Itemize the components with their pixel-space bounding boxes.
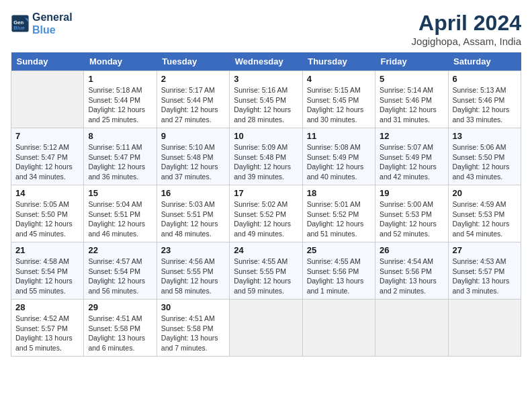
logo-icon: Gen Blue bbox=[11, 14, 30, 33]
day-number: 14 bbox=[15, 188, 79, 198]
day-info: Sunrise: 4:55 AMSunset: 5:55 PMDaylight:… bbox=[234, 257, 298, 296]
day-number: 28 bbox=[15, 302, 79, 312]
day-info: Sunrise: 5:14 AMSunset: 5:46 PMDaylight:… bbox=[380, 85, 443, 125]
day-number: 4 bbox=[307, 74, 371, 84]
day-number: 5 bbox=[380, 74, 443, 84]
weekday-header-sunday: Sunday bbox=[11, 52, 84, 71]
day-info: Sunrise: 4:51 AMSunset: 5:58 PMDaylight:… bbox=[88, 314, 152, 353]
day-number: 25 bbox=[307, 245, 371, 255]
calendar-cell bbox=[302, 300, 375, 357]
day-info: Sunrise: 4:51 AMSunset: 5:58 PMDaylight:… bbox=[161, 314, 225, 353]
day-number: 9 bbox=[161, 131, 225, 141]
calendar-cell: 2Sunrise: 5:17 AMSunset: 5:44 PMDaylight… bbox=[157, 71, 229, 128]
weekday-header-tuesday: Tuesday bbox=[157, 52, 229, 71]
calendar-cell: 28Sunrise: 4:52 AMSunset: 5:57 PMDayligh… bbox=[11, 300, 84, 357]
calendar-cell: 14Sunrise: 5:05 AMSunset: 5:50 PMDayligh… bbox=[11, 185, 84, 242]
day-number: 16 bbox=[161, 188, 225, 198]
day-number: 18 bbox=[307, 188, 371, 198]
weekday-header-saturday: Saturday bbox=[448, 52, 521, 71]
day-info: Sunrise: 4:57 AMSunset: 5:54 PMDaylight:… bbox=[88, 257, 152, 296]
calendar-cell: 25Sunrise: 4:55 AMSunset: 5:56 PMDayligh… bbox=[302, 242, 375, 300]
day-info: Sunrise: 5:09 AMSunset: 5:48 PMDaylight:… bbox=[234, 142, 298, 182]
calendar-cell: 16Sunrise: 5:03 AMSunset: 5:51 PMDayligh… bbox=[157, 185, 229, 242]
day-number: 27 bbox=[453, 245, 517, 255]
week-row-5: 28Sunrise: 4:52 AMSunset: 5:57 PMDayligh… bbox=[11, 300, 521, 357]
calendar-cell bbox=[11, 71, 84, 128]
day-info: Sunrise: 5:16 AMSunset: 5:45 PMDaylight:… bbox=[234, 85, 298, 125]
day-info: Sunrise: 5:13 AMSunset: 5:46 PMDaylight:… bbox=[453, 85, 517, 125]
calendar-cell: 21Sunrise: 4:58 AMSunset: 5:54 PMDayligh… bbox=[11, 242, 84, 300]
day-info: Sunrise: 4:55 AMSunset: 5:56 PMDaylight:… bbox=[307, 257, 371, 296]
day-number: 20 bbox=[453, 188, 517, 198]
weekday-header-friday: Friday bbox=[375, 52, 448, 71]
calendar-cell: 22Sunrise: 4:57 AMSunset: 5:54 PMDayligh… bbox=[84, 242, 157, 300]
day-number: 6 bbox=[453, 74, 517, 84]
day-number: 26 bbox=[380, 245, 443, 255]
day-info: Sunrise: 5:10 AMSunset: 5:48 PMDaylight:… bbox=[161, 142, 225, 182]
day-info: Sunrise: 5:00 AMSunset: 5:53 PMDaylight:… bbox=[380, 199, 443, 239]
day-number: 13 bbox=[453, 131, 517, 141]
svg-text:Blue: Blue bbox=[13, 25, 25, 31]
calendar-cell: 4Sunrise: 5:15 AMSunset: 5:45 PMDaylight… bbox=[302, 71, 375, 128]
day-number: 29 bbox=[88, 302, 152, 312]
location-subtitle: Jogighopa, Assam, India bbox=[412, 36, 521, 47]
day-info: Sunrise: 4:56 AMSunset: 5:55 PMDaylight:… bbox=[161, 257, 225, 296]
week-row-4: 21Sunrise: 4:58 AMSunset: 5:54 PMDayligh… bbox=[11, 242, 521, 300]
day-info: Sunrise: 5:02 AMSunset: 5:52 PMDaylight:… bbox=[234, 199, 298, 239]
calendar-cell: 17Sunrise: 5:02 AMSunset: 5:52 PMDayligh… bbox=[230, 185, 302, 242]
day-info: Sunrise: 4:54 AMSunset: 5:56 PMDaylight:… bbox=[380, 257, 443, 296]
day-number: 2 bbox=[161, 74, 225, 84]
week-row-3: 14Sunrise: 5:05 AMSunset: 5:50 PMDayligh… bbox=[11, 185, 521, 242]
day-info: Sunrise: 5:12 AMSunset: 5:47 PMDaylight:… bbox=[15, 142, 79, 182]
calendar-cell: 26Sunrise: 4:54 AMSunset: 5:56 PMDayligh… bbox=[375, 242, 448, 300]
calendar-cell: 24Sunrise: 4:55 AMSunset: 5:55 PMDayligh… bbox=[230, 242, 302, 300]
title-block: April 2024 Jogighopa, Assam, India bbox=[412, 11, 521, 47]
calendar-cell: 27Sunrise: 4:53 AMSunset: 5:57 PMDayligh… bbox=[448, 242, 521, 300]
day-number: 21 bbox=[15, 245, 79, 255]
day-number: 15 bbox=[88, 188, 152, 198]
calendar-cell: 6Sunrise: 5:13 AMSunset: 5:46 PMDaylight… bbox=[448, 71, 521, 128]
calendar-cell: 15Sunrise: 5:04 AMSunset: 5:51 PMDayligh… bbox=[84, 185, 157, 242]
calendar-cell: 30Sunrise: 4:51 AMSunset: 5:58 PMDayligh… bbox=[157, 300, 229, 357]
day-number: 12 bbox=[380, 131, 443, 141]
weekday-header-monday: Monday bbox=[84, 52, 157, 71]
day-info: Sunrise: 5:04 AMSunset: 5:51 PMDaylight:… bbox=[88, 199, 152, 239]
calendar-cell: 20Sunrise: 4:59 AMSunset: 5:53 PMDayligh… bbox=[448, 185, 521, 242]
day-info: Sunrise: 5:08 AMSunset: 5:49 PMDaylight:… bbox=[307, 142, 371, 182]
calendar-cell: 18Sunrise: 5:01 AMSunset: 5:52 PMDayligh… bbox=[302, 185, 375, 242]
calendar-cell: 1Sunrise: 5:18 AMSunset: 5:44 PMDaylight… bbox=[84, 71, 157, 128]
calendar-cell: 29Sunrise: 4:51 AMSunset: 5:58 PMDayligh… bbox=[84, 300, 157, 357]
page-header: Gen Blue General Blue April 2024 Jogigho… bbox=[11, 11, 521, 47]
calendar-cell: 10Sunrise: 5:09 AMSunset: 5:48 PMDayligh… bbox=[230, 128, 302, 185]
day-info: Sunrise: 5:17 AMSunset: 5:44 PMDaylight:… bbox=[161, 85, 225, 125]
calendar-cell bbox=[448, 300, 521, 357]
day-info: Sunrise: 4:52 AMSunset: 5:57 PMDaylight:… bbox=[15, 314, 79, 353]
calendar-table: SundayMondayTuesdayWednesdayThursdayFrid… bbox=[11, 52, 521, 357]
day-number: 10 bbox=[234, 131, 298, 141]
calendar-cell: 8Sunrise: 5:11 AMSunset: 5:47 PMDaylight… bbox=[84, 128, 157, 185]
day-info: Sunrise: 5:03 AMSunset: 5:51 PMDaylight:… bbox=[161, 199, 225, 239]
calendar-cell bbox=[375, 300, 448, 357]
day-info: Sunrise: 5:11 AMSunset: 5:47 PMDaylight:… bbox=[88, 142, 152, 182]
day-number: 30 bbox=[161, 302, 225, 312]
calendar-cell: 3Sunrise: 5:16 AMSunset: 5:45 PMDaylight… bbox=[230, 71, 302, 128]
day-number: 22 bbox=[88, 245, 152, 255]
day-info: Sunrise: 5:18 AMSunset: 5:44 PMDaylight:… bbox=[88, 85, 152, 125]
day-number: 7 bbox=[15, 131, 79, 141]
calendar-cell: 13Sunrise: 5:06 AMSunset: 5:50 PMDayligh… bbox=[448, 128, 521, 185]
calendar-cell: 23Sunrise: 4:56 AMSunset: 5:55 PMDayligh… bbox=[157, 242, 229, 300]
calendar-cell: 11Sunrise: 5:08 AMSunset: 5:49 PMDayligh… bbox=[302, 128, 375, 185]
day-number: 8 bbox=[88, 131, 152, 141]
day-info: Sunrise: 5:15 AMSunset: 5:45 PMDaylight:… bbox=[307, 85, 371, 125]
day-info: Sunrise: 5:06 AMSunset: 5:50 PMDaylight:… bbox=[453, 142, 517, 182]
calendar-cell: 12Sunrise: 5:07 AMSunset: 5:49 PMDayligh… bbox=[375, 128, 448, 185]
day-number: 3 bbox=[234, 74, 298, 84]
day-info: Sunrise: 5:05 AMSunset: 5:50 PMDaylight:… bbox=[15, 199, 79, 239]
calendar-cell: 9Sunrise: 5:10 AMSunset: 5:48 PMDaylight… bbox=[157, 128, 229, 185]
day-info: Sunrise: 4:58 AMSunset: 5:54 PMDaylight:… bbox=[15, 257, 79, 296]
calendar-cell: 19Sunrise: 5:00 AMSunset: 5:53 PMDayligh… bbox=[375, 185, 448, 242]
week-row-2: 7Sunrise: 5:12 AMSunset: 5:47 PMDaylight… bbox=[11, 128, 521, 185]
weekday-header-wednesday: Wednesday bbox=[230, 52, 302, 71]
day-number: 19 bbox=[380, 188, 443, 198]
day-info: Sunrise: 5:01 AMSunset: 5:52 PMDaylight:… bbox=[307, 199, 371, 239]
